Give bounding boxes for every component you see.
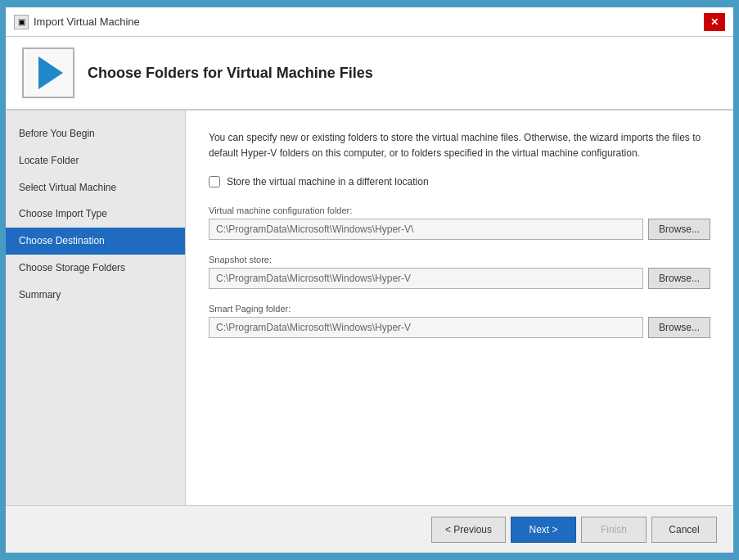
window-title: Import Virtual Machine [34,16,140,28]
sidebar-item-choose-destination[interactable]: Choose Destination [6,228,185,255]
arrow-icon [38,56,63,89]
vm-config-folder-label: Virtual machine configuration folder: [209,205,710,215]
finish-button[interactable]: Finish [581,517,647,543]
import-virtual-machine-window: ▣ Import Virtual Machine ✕ Choose Folder… [4,6,735,554]
snapshot-store-browse-button[interactable]: Browse... [648,268,710,289]
smart-paging-folder-row: Browse... [209,317,710,338]
window-icon: ▣ [14,15,29,29]
sidebar: Before You Begin Locate Folder Select Vi… [6,111,186,505]
smart-paging-folder-group: Smart Paging folder: Browse... [209,304,710,338]
sidebar-item-before-you-begin[interactable]: Before You Begin [6,120,185,147]
wizard-header: Choose Folders for Virtual Machine Files [6,37,733,111]
sidebar-item-locate-folder[interactable]: Locate Folder [6,147,185,174]
snapshot-store-row: Browse... [209,268,710,289]
smart-paging-folder-input[interactable] [209,317,643,338]
main-panel: You can specify new or existing folders … [186,111,733,505]
vm-config-folder-input[interactable] [209,219,643,240]
previous-button[interactable]: < Previous [431,517,506,543]
snapshot-store-input[interactable] [209,268,643,289]
content-area: Before You Begin Locate Folder Select Vi… [6,111,733,505]
snapshot-store-group: Snapshot store: Browse... [209,255,710,289]
vm-config-folder-group: Virtual machine configuration folder: Br… [209,205,710,240]
smart-paging-folder-label: Smart Paging folder: [209,304,710,314]
close-button[interactable]: ✕ [704,13,725,31]
description-text: You can specify new or existing folders … [209,130,710,161]
wizard-header-title: Choose Folders for Virtual Machine Files [88,65,373,82]
snapshot-store-label: Snapshot store: [209,255,710,264]
sidebar-item-choose-storage-folders[interactable]: Choose Storage Folders [6,255,185,282]
sidebar-item-summary[interactable]: Summary [6,282,185,309]
title-bar-left: ▣ Import Virtual Machine [14,15,140,29]
next-button[interactable]: Next > [511,517,576,543]
cancel-button[interactable]: Cancel [651,517,717,543]
header-icon-box [22,47,74,98]
vm-config-folder-row: Browse... [209,219,710,240]
title-bar: ▣ Import Virtual Machine ✕ [6,7,733,37]
sidebar-item-choose-import-type[interactable]: Choose Import Type [6,201,185,228]
store-different-location-checkbox[interactable] [209,176,220,187]
footer: < Previous Next > Finish Cancel [6,505,733,553]
smart-paging-folder-browse-button[interactable]: Browse... [648,317,710,338]
store-different-location-label[interactable]: Store the virtual machine in a different… [227,176,429,187]
vm-config-folder-browse-button[interactable]: Browse... [648,219,710,240]
sidebar-item-select-virtual-machine[interactable]: Select Virtual Machine [6,174,185,201]
checkbox-row: Store the virtual machine in a different… [209,176,710,187]
